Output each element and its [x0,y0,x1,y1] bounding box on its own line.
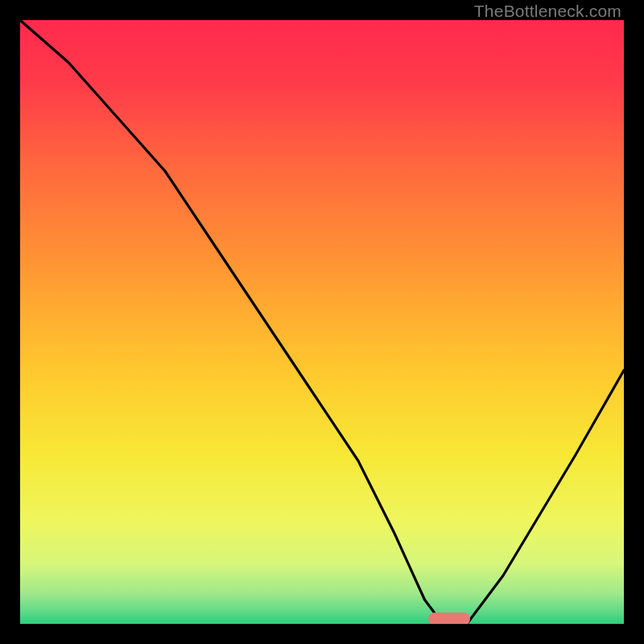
watermark-text: TheBottleneck.com [474,2,621,21]
plot-area [20,20,624,624]
chart-frame: TheBottleneck.com [0,0,644,644]
optimal-marker [428,613,470,624]
chart-svg [20,20,624,624]
